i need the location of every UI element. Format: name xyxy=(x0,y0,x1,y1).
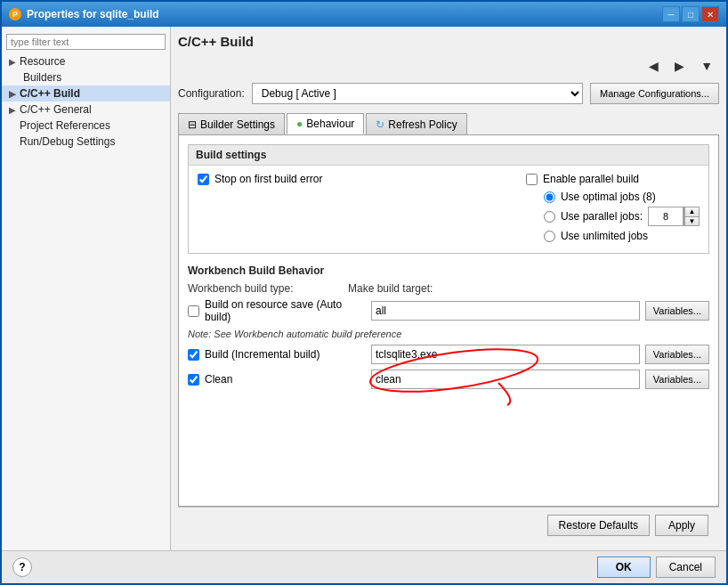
incremental-build-label: Build (Incremental build) xyxy=(205,348,320,361)
tab-content: Build settings Stop on first build error xyxy=(178,134,719,507)
clean-row: Clean Variables... xyxy=(188,370,709,389)
enable-parallel-label: Enable parallel build xyxy=(543,173,639,185)
sidebar-item-label: C/C++ Build xyxy=(20,87,80,100)
optimal-jobs-radio[interactable] xyxy=(544,191,555,203)
restore-defaults-button[interactable]: Restore Defaults xyxy=(547,515,650,536)
sidebar-item-builders[interactable]: Builders xyxy=(2,69,170,85)
nav-arrows: ◀ ▶ ▼ xyxy=(178,56,719,76)
maximize-button[interactable]: □ xyxy=(682,6,700,22)
tabs-container: ⊟ Builder Settings ● Behaviour ↻ Refresh… xyxy=(178,113,719,134)
optimal-jobs-label: Use optimal jobs (8) xyxy=(561,191,656,203)
forward-button[interactable]: ▶ xyxy=(668,56,691,76)
sidebar-item-label: Run/Debug Settings xyxy=(20,135,115,148)
sidebar-item-label: C/C++ General xyxy=(20,103,92,116)
build-settings-body: Stop on first build error Enable paralle… xyxy=(189,166,708,253)
parallel-right: Enable parallel build Use optimal jobs (… xyxy=(526,173,700,246)
cancel-button[interactable]: Cancel xyxy=(656,557,716,578)
incremental-build-variables-button[interactable]: Variables... xyxy=(645,345,709,364)
unlimited-jobs-label: Use unlimited jobs xyxy=(561,230,648,242)
unlimited-jobs-radio[interactable] xyxy=(544,231,555,242)
build-settings-section: Build settings Stop on first build error xyxy=(188,144,709,254)
tab-label: Builder Settings xyxy=(200,118,275,131)
expand-arrow: ▶ xyxy=(9,89,16,99)
sidebar-item-cpp-general[interactable]: ▶ C/C++ General xyxy=(2,102,170,118)
note-text: Note: See Workbench automatic build pref… xyxy=(188,329,709,339)
tab-refresh-policy[interactable]: ↻ Refresh Policy xyxy=(366,113,466,134)
workbench-title: Workbench Build Behavior xyxy=(188,264,709,277)
window-title: Properties for sqlite_build xyxy=(27,8,657,20)
behaviour-icon: ● xyxy=(296,118,303,130)
config-row: Configuration: Debug [ Active ] Manage C… xyxy=(178,83,719,104)
sidebar-item-label: Builders xyxy=(23,71,61,84)
sidebar-item-label: Project References xyxy=(20,119,110,132)
main-panel: C/C++ Build ◀ ▶ ▼ Configuration: Debug [… xyxy=(171,27,726,550)
content-area: ▶ Resource Builders ▶ C/C++ Build ▶ C/C+… xyxy=(2,27,726,550)
refresh-policy-icon: ↻ xyxy=(376,118,384,131)
auto-build-left: Build on resource save (Auto build) xyxy=(188,298,366,323)
clean-checkbox[interactable] xyxy=(188,374,199,386)
clean-label: Clean xyxy=(205,373,232,386)
build-table-header: Workbench build type: Make build target: xyxy=(188,282,709,295)
footer-bar: ? OK Cancel xyxy=(2,550,726,583)
incremental-build-checkbox[interactable] xyxy=(188,349,199,361)
auto-build-input[interactable] xyxy=(371,301,640,321)
auto-build-variables-button[interactable]: Variables... xyxy=(645,301,709,321)
apply-button[interactable]: Apply xyxy=(655,515,708,536)
clean-left: Clean xyxy=(188,373,366,386)
expand-arrow: ▶ xyxy=(9,105,16,115)
optimal-jobs-row: Use optimal jobs (8) xyxy=(526,191,656,203)
panel-title: C/C++ Build xyxy=(178,34,719,49)
title-controls: ─ □ ✕ xyxy=(662,6,719,22)
parallel-jobs-label: Use parallel jobs: xyxy=(561,210,643,223)
config-label: Configuration: xyxy=(178,87,245,100)
close-button[interactable]: ✕ xyxy=(701,6,719,22)
sidebar-item-cpp-build[interactable]: ▶ C/C++ Build xyxy=(2,85,170,102)
sidebar-item-project-references[interactable]: Project References xyxy=(2,118,170,134)
back-button[interactable]: ◀ xyxy=(643,56,665,76)
jobs-spinbox: ▲ ▼ xyxy=(648,207,700,226)
tab-builder-settings[interactable]: ⊟ Builder Settings xyxy=(178,113,285,134)
incremental-build-left: Build (Incremental build) xyxy=(188,348,366,361)
minimize-button[interactable]: ─ xyxy=(662,6,680,22)
sidebar: ▶ Resource Builders ▶ C/C++ Build ▶ C/C+… xyxy=(2,27,171,550)
stop-on-error-label: Stop on first build error xyxy=(214,173,322,185)
clean-variables-button[interactable]: Variables... xyxy=(645,370,709,389)
incremental-build-row: Build (Incremental build) Variables... xyxy=(188,345,709,364)
footer-right-buttons: OK Cancel xyxy=(597,557,716,578)
clean-input[interactable] xyxy=(371,370,640,389)
manage-configurations-button[interactable]: Manage Configurations... xyxy=(590,83,719,104)
auto-build-checkbox[interactable] xyxy=(188,305,199,317)
parallel-jobs-row: Use parallel jobs: ▲ ▼ xyxy=(526,207,700,226)
incremental-build-input-wrap xyxy=(371,345,640,364)
title-bar: P Properties for sqlite_build ─ □ ✕ xyxy=(2,2,726,27)
workbench-type-label: Workbench build type: xyxy=(188,282,348,295)
stop-on-error-checkbox[interactable] xyxy=(198,174,209,185)
tab-label: Refresh Policy xyxy=(388,118,457,131)
dropdown-button[interactable]: ▼ xyxy=(694,56,719,76)
sidebar-item-label: Resource xyxy=(20,55,65,68)
auto-build-label: Build on resource save (Auto build) xyxy=(205,298,366,323)
spinner-down-button[interactable]: ▼ xyxy=(684,217,699,226)
workbench-section: Workbench Build Behavior Workbench build… xyxy=(188,264,709,389)
build-left: Stop on first build error xyxy=(198,173,322,191)
window-icon: P xyxy=(9,8,21,20)
filter-input[interactable] xyxy=(6,34,166,50)
tab-label: Behaviour xyxy=(306,118,354,130)
help-button[interactable]: ? xyxy=(12,557,32,577)
enable-parallel-row: Enable parallel build xyxy=(526,173,639,185)
enable-parallel-checkbox[interactable] xyxy=(526,174,538,185)
sidebar-item-resource[interactable]: ▶ Resource xyxy=(2,53,170,69)
incremental-build-input[interactable] xyxy=(371,345,640,364)
spinner-up-button[interactable]: ▲ xyxy=(684,207,699,217)
parallel-jobs-input[interactable] xyxy=(648,207,684,226)
bottom-right-buttons: Restore Defaults Apply xyxy=(547,515,708,536)
jobs-spinner: ▲ ▼ xyxy=(684,207,700,226)
ok-button[interactable]: OK xyxy=(597,557,651,578)
tab-behaviour[interactable]: ● Behaviour xyxy=(287,113,364,134)
main-window: P Properties for sqlite_build ─ □ ✕ ▶ Re… xyxy=(0,0,728,585)
unlimited-jobs-row: Use unlimited jobs xyxy=(526,230,648,242)
parallel-section: Stop on first build error Enable paralle… xyxy=(198,173,700,246)
parallel-jobs-radio[interactable] xyxy=(544,211,555,223)
sidebar-item-run-debug[interactable]: Run/Debug Settings xyxy=(2,134,170,150)
config-select[interactable]: Debug [ Active ] xyxy=(252,83,583,104)
